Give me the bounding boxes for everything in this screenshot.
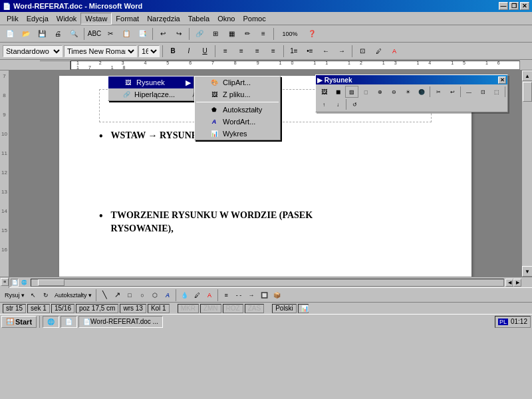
submenu-clipart[interactable]: 🎨 ClipArt... [195,76,280,88]
doc-area[interactable]: • WSTAW → RYSUNEK → Z PLIKU, • TWORZENIE… [9,70,521,277]
menu-plik[interactable]: Plik [3,13,23,24]
draw-rectangle[interactable]: □ [124,289,136,301]
menu-tabela[interactable]: Tabela [184,13,213,24]
align-center-button[interactable]: ≡ [234,45,249,58]
italic-button[interactable]: I [182,45,196,58]
help-button[interactable]: ❓ [305,27,319,41]
draw-rysuj[interactable]: Rysuj ▾ [3,289,27,301]
draw-dashstyle[interactable]: - - [233,289,245,301]
columns-button[interactable]: ▦ [224,27,239,41]
ry-crop[interactable]: ✂ [432,86,445,98]
draw-3d[interactable]: 📦 [271,289,283,301]
bullets-button[interactable]: •≡ [303,45,317,58]
submenu-wordart[interactable]: A WordArt... [195,116,280,128]
fontcolor-button[interactable]: A [387,45,402,58]
style-select[interactable]: Standardowo [3,45,63,57]
menu-format[interactable]: Format [112,13,143,24]
right-scrollbar[interactable]: ▲ ▼ [521,70,532,277]
maximize-button[interactable]: ❐ [509,2,519,10]
rysunek-close-button[interactable]: ✕ [498,76,506,84]
draw-ellipse[interactable]: ○ [136,289,148,301]
minimize-button[interactable]: — [499,2,508,10]
hyperlink-button[interactable]: 🔗 [192,27,207,41]
scroll-track[interactable] [522,81,532,266]
save-button[interactable]: 💾 [35,27,49,41]
ry-bright-more[interactable]: ☀ [401,86,414,98]
preview-button[interactable]: 🔍 [66,27,81,41]
increase-indent-button[interactable]: → [334,45,349,58]
menu-widok[interactable]: Widok [53,13,81,24]
print-button[interactable]: 🖨 [51,27,65,41]
ry-forward[interactable]: ↑ [317,98,331,110]
decrease-indent-button[interactable]: ← [319,45,333,58]
scroll-down-button[interactable]: ▼ [522,266,532,277]
h-scroll-right[interactable]: ▶ [513,279,521,287]
size-select[interactable]: 16 [138,45,160,57]
redo-button[interactable]: ↪ [172,27,186,41]
rysunek-toolbar-title[interactable]: ▶ Rysunek ✕ [316,75,507,84]
ry-bright-less[interactable]: 🌑 [415,86,428,98]
draw-arrowstyle[interactable]: → [245,289,257,301]
draw-line[interactable]: ╲ [98,289,110,301]
copy-button[interactable]: 📋 [119,27,134,41]
align-right-button[interactable]: ≡ [250,45,265,58]
ry-insert-image[interactable]: 🖼 [317,86,331,98]
h-scroll-track[interactable] [31,279,504,287]
font-select[interactable]: Times New Roman [64,45,137,57]
page-view-btn[interactable]: 📄 [11,279,19,287]
close-button[interactable]: ✕ [520,2,529,10]
draw-linestyle[interactable]: ≡ [220,289,232,301]
scroll-thumb[interactable] [523,82,532,102]
ry-rotate-left[interactable]: ↩ [446,86,459,98]
menu-item-rysunek[interactable]: 🖼 Rysunek ▶ [108,76,194,88]
submenu-wykres[interactable]: 📊 Wykres [195,128,280,140]
start-button[interactable]: 🪟 Start [1,316,37,328]
taskbar-word-icon[interactable]: 📄 [61,316,77,328]
draw-fontcolor[interactable]: A [203,289,215,301]
draw-linecolor[interactable]: 🖊 [191,289,203,301]
scroll-up-button[interactable]: ▲ [522,70,532,81]
menu-wstaw[interactable]: Wstaw [80,13,112,25]
drawing-toggle[interactable]: ✏ [240,27,255,41]
draw-rotate[interactable]: ↻ [40,289,52,301]
highlight-button[interactable]: 🖊 [371,45,386,58]
numbering-button[interactable]: 1≡ [287,45,301,58]
paste-button[interactable]: 📑 [135,27,150,41]
ry-text-wrap-square[interactable]: ⊡ [476,86,489,98]
ry-line-style[interactable]: — [462,86,475,98]
draw-arrow[interactable]: ↗ [111,289,123,301]
border-button[interactable]: ⊡ [355,45,370,58]
ry-watermark[interactable]: ◻ [359,86,372,98]
ry-contrast-less[interactable]: ⊖ [387,86,400,98]
h-scroll-thumb[interactable] [38,279,65,286]
zoom-button[interactable]: 100% [277,27,303,41]
docmap-button[interactable]: ≡ [256,27,271,41]
ry-color-mode[interactable]: ◼ [331,86,344,98]
draw-fillcolor[interactable]: 💧 [178,289,190,301]
menu-okno[interactable]: Okno [213,13,239,24]
taskbar-ie[interactable]: 🌐 [43,316,59,328]
ry-contrast-more[interactable]: ⊕ [373,86,386,98]
web-view-btn[interactable]: 🌐 [20,279,28,287]
submenu-autoksztalty[interactable]: ⬟ Autokształty [195,104,280,116]
draw-textbox[interactable]: ⬡ [149,289,161,301]
draw-autoshapes[interactable]: Autokształty ▾ [53,289,94,301]
ry-grayscale[interactable]: ▨ [345,86,358,98]
spell-button[interactable]: ABC [87,27,102,41]
align-left-button[interactable]: ≡ [218,45,233,58]
ry-backward[interactable]: ↓ [331,98,344,110]
draw-cursor[interactable]: ↖ [27,289,39,301]
menu-item-hiperlaacze[interactable]: 🔗 Hiperlącze... Alt+Ctrl+H [108,88,194,100]
open-button[interactable]: 📂 [19,27,33,41]
ry-text-wrap-tight[interactable]: ⬚ [490,86,503,98]
undo-button[interactable]: ↩ [156,27,170,41]
h-scroll-left[interactable]: ◀ [505,279,513,287]
draw-shadow[interactable]: 🔲 [258,289,270,301]
menu-pomoc[interactable]: Pomoc [239,13,269,24]
menu-edycja[interactable]: Edycja [23,13,53,24]
new-button[interactable]: 📄 [3,27,17,41]
bold-button[interactable]: B [166,45,180,58]
underline-button[interactable]: U [198,45,212,58]
ry-reset[interactable]: ↺ [348,98,361,110]
taskbar-word-doc[interactable]: 📄 Word-REFERAT.doc ... [78,316,163,328]
